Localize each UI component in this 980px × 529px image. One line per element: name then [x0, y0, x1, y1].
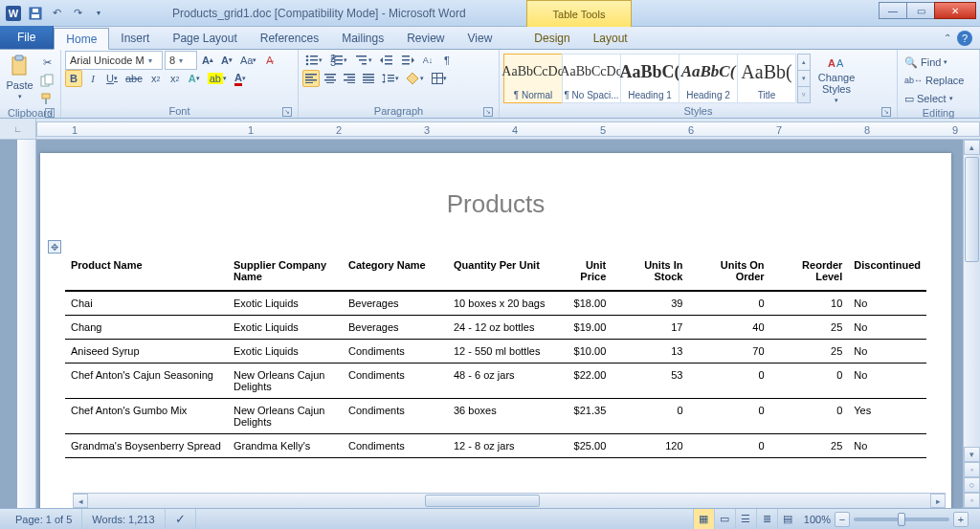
format-painter-button[interactable]	[37, 90, 56, 107]
vscroll-thumb[interactable]	[965, 157, 979, 262]
prev-page-icon[interactable]: ◦	[964, 462, 980, 477]
table-cell[interactable]: Chai	[65, 291, 228, 316]
help-icon[interactable]: ?	[957, 31, 972, 46]
align-center-button[interactable]	[322, 70, 339, 87]
table-cell[interactable]: 39	[612, 291, 688, 316]
table-cell[interactable]: Chef Anton's Cajun Seasoning	[65, 364, 228, 399]
highlight-button[interactable]: ab▾	[205, 70, 230, 87]
table-cell[interactable]: 120	[612, 434, 688, 458]
status-page[interactable]: Page: 1 of 5	[6, 509, 82, 529]
table-cell[interactable]: 24 - 12 oz bottles	[448, 316, 553, 340]
tab-selector[interactable]: ∟	[0, 119, 36, 139]
justify-button[interactable]	[360, 70, 377, 87]
bullets-button[interactable]: ▾	[302, 52, 325, 69]
table-cell[interactable]: 25	[770, 340, 849, 364]
close-button[interactable]: ✕	[934, 2, 976, 19]
table-header[interactable]: Supplier Company Name	[228, 255, 343, 291]
table-row[interactable]: Grandma's Boysenberry SpreadGrandma Kell…	[65, 434, 926, 458]
style-normal[interactable]: AaBbCcDd¶ Normal	[503, 54, 563, 103]
replace-button[interactable]: ab↔Replace	[902, 72, 975, 89]
superscript-button[interactable]: x2	[167, 70, 184, 87]
borders-button[interactable]: ▾	[429, 70, 450, 87]
table-cell[interactable]: No	[848, 340, 926, 364]
paragraph-dialog-launcher[interactable]: ↘	[483, 107, 493, 117]
change-case-button[interactable]: Aa▾	[237, 52, 259, 69]
table-cell[interactable]: 0	[689, 399, 770, 434]
table-row[interactable]: Chef Anton's Cajun SeasoningNew Orleans …	[65, 364, 926, 399]
subscript-button[interactable]: x2	[147, 70, 165, 87]
page[interactable]: Products ✥ Product NameSupplier Company …	[40, 153, 951, 508]
table-cell[interactable]: Yes	[848, 399, 926, 434]
table-cell[interactable]: 0	[770, 399, 849, 434]
zoom-level[interactable]: 100%	[804, 514, 831, 525]
zoom-out-button[interactable]: −	[835, 512, 850, 527]
line-spacing-button[interactable]: ▾	[379, 70, 402, 87]
vertical-scrollbar[interactable]: ▴ ▾ ◦ ○ ◦	[963, 140, 980, 508]
style-heading2[interactable]: AaBbC(Heading 2	[679, 54, 738, 103]
web-layout-view-icon[interactable]: ☰	[735, 509, 756, 529]
increase-indent-button[interactable]	[398, 52, 417, 69]
font-dialog-launcher[interactable]: ↘	[282, 107, 292, 117]
table-cell[interactable]: Aniseed Syrup	[65, 340, 228, 364]
tab-home[interactable]: Home	[54, 28, 109, 50]
table-header[interactable]: Category Name	[343, 255, 448, 291]
table-cell[interactable]: New Orleans Cajun Delights	[228, 364, 343, 399]
clipboard-dialog-launcher[interactable]: ↘	[45, 108, 55, 118]
table-cell[interactable]: Condiments	[343, 364, 448, 399]
vertical-ruler[interactable]	[17, 140, 36, 508]
table-cell[interactable]: 10 boxes x 20 bags	[448, 291, 553, 316]
table-header[interactable]: Quantity Per Unit	[448, 255, 553, 291]
table-header[interactable]: Discontinued	[848, 255, 926, 291]
table-cell[interactable]: $10.00	[553, 340, 612, 364]
table-cell[interactable]: Beverages	[343, 291, 448, 316]
scroll-up-icon[interactable]: ▴	[964, 140, 980, 155]
table-cell[interactable]: 10	[770, 291, 849, 316]
table-cell[interactable]: Chef Anton's Gumbo Mix	[65, 399, 228, 434]
status-words[interactable]: Words: 1,213	[82, 509, 165, 529]
status-proofing-icon[interactable]: ✓	[166, 509, 196, 529]
table-cell[interactable]: $19.00	[553, 316, 612, 340]
undo-icon[interactable]: ↶	[48, 5, 65, 22]
horizontal-scrollbar[interactable]: ◂ ▸	[73, 493, 946, 508]
redo-icon[interactable]: ↷	[69, 5, 86, 22]
table-cell[interactable]: Condiments	[343, 399, 448, 434]
bold-button[interactable]: B	[65, 70, 82, 87]
table-cell[interactable]: 17	[612, 316, 688, 340]
products-table[interactable]: Product NameSupplier Company NameCategor…	[65, 255, 926, 458]
decrease-indent-button[interactable]	[377, 52, 396, 69]
align-left-button[interactable]	[302, 70, 320, 87]
file-tab[interactable]: File	[0, 26, 54, 49]
table-cell[interactable]: 53	[612, 364, 688, 399]
scroll-left-icon[interactable]: ◂	[73, 494, 88, 508]
select-button[interactable]: ▭Select▾	[902, 90, 975, 107]
save-icon[interactable]	[27, 5, 44, 22]
tab-mailings[interactable]: Mailings	[330, 27, 395, 49]
find-button[interactable]: 🔍Find▾	[902, 54, 975, 71]
table-cell[interactable]: 70	[689, 340, 770, 364]
table-header[interactable]: Reorder Level	[770, 255, 849, 291]
font-color-button[interactable]: A▾	[232, 70, 249, 87]
maximize-button[interactable]: ▭	[906, 2, 935, 19]
zoom-slider[interactable]	[854, 518, 949, 521]
tab-page-layout[interactable]: Page Layout	[161, 27, 248, 49]
styles-gallery-scroll[interactable]: ▴▾▿	[797, 54, 811, 103]
minimize-button[interactable]: —	[879, 2, 907, 19]
shrink-font-button[interactable]: A▾	[218, 52, 235, 69]
table-cell[interactable]: 12 - 550 ml bottles	[448, 340, 553, 364]
tab-insert[interactable]: Insert	[109, 27, 161, 49]
horizontal-ruler[interactable]: 1123456789	[36, 121, 980, 137]
table-cell[interactable]: Exotic Liquids	[228, 291, 343, 316]
table-cell[interactable]: 13	[612, 340, 688, 364]
table-row[interactable]: Aniseed SyrupExotic LiquidsCondiments12 …	[65, 340, 926, 364]
text-effects-button[interactable]: A▾	[186, 70, 203, 87]
print-layout-view-icon[interactable]: ▦	[693, 509, 714, 529]
table-cell[interactable]: Grandma's Boysenberry Spread	[65, 434, 228, 458]
underline-button[interactable]: U▾	[103, 70, 121, 87]
cut-button[interactable]: ✂	[37, 54, 56, 71]
multilevel-list-button[interactable]: ▾	[352, 52, 375, 69]
table-cell[interactable]: 0	[770, 364, 849, 399]
table-row[interactable]: ChangExotic LiquidsBeverages24 - 12 oz b…	[65, 316, 926, 340]
strikethrough-button[interactable]: abc	[122, 70, 145, 87]
tab-references[interactable]: References	[249, 27, 330, 49]
copy-button[interactable]	[37, 72, 56, 89]
